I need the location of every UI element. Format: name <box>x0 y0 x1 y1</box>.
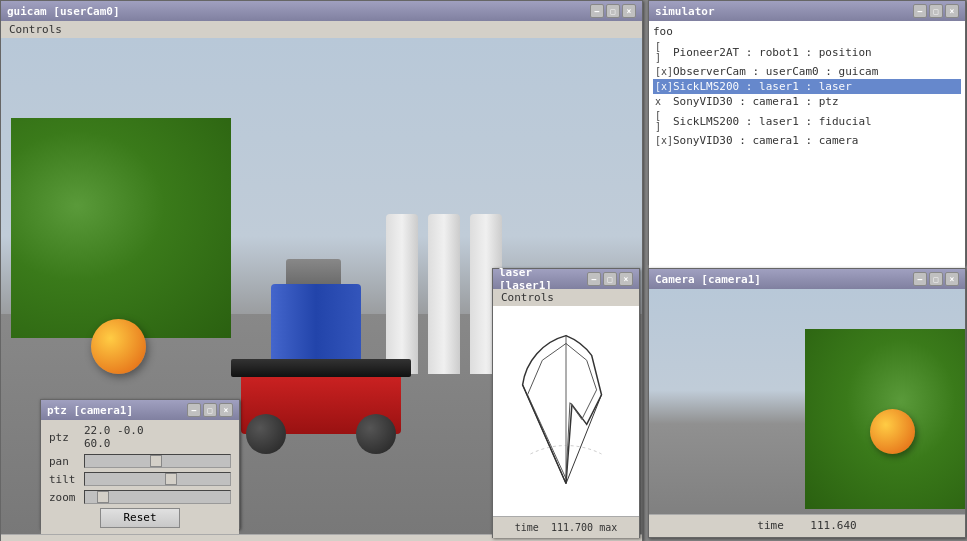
guicam-titlebar: guicam [userCam0] — □ × <box>1 1 642 21</box>
camera-time-value: 111.640 <box>810 519 856 532</box>
simulator-item-1[interactable]: [x]ObserverCam : userCam0 : guicam <box>653 64 961 79</box>
laser-controls-label: Controls <box>493 289 639 306</box>
ptz-tilt-thumb <box>165 473 177 485</box>
laser-window: laser [laser1] — □ × Controls <box>492 268 640 538</box>
laser-close-btn[interactable]: × <box>619 272 633 286</box>
laser-titlebar: laser [laser1] — □ × <box>493 269 639 289</box>
simulator-item-3[interactable]: x SonyVID30 : camera1 : ptz <box>653 94 961 109</box>
sim-item-text-2: SickLMS200 : laser1 : laser <box>673 80 959 93</box>
camera-window: Camera [camera1] — □ × time 111.640 <box>648 268 966 538</box>
sim-item-check-5: [x] <box>655 135 673 146</box>
ptz-content: ptz 22.0 -0.0 60.0 pan tilt zoom Reset <box>41 420 239 534</box>
laser-window-controls: — □ × <box>587 272 633 286</box>
guicam-close-btn[interactable]: × <box>622 4 636 18</box>
ptz-zoom-slider[interactable] <box>84 490 231 504</box>
ptz-tilt-row: tilt <box>49 472 231 486</box>
ptz-minimize-btn[interactable]: — <box>187 403 201 417</box>
simulator-window: simulator — □ × foo [ ]Pioneer2AT : robo… <box>648 0 966 265</box>
ptz-maximize-btn[interactable]: □ <box>203 403 217 417</box>
ptz-close-btn[interactable]: × <box>219 403 233 417</box>
guicam-title: guicam [userCam0] <box>7 5 590 18</box>
robot-base <box>241 374 401 434</box>
sim-item-text-1: ObserverCam : userCam0 : guicam <box>673 65 959 78</box>
simulator-titlebar: simulator — □ × <box>649 1 965 21</box>
ptz-pan-thumb <box>150 455 162 467</box>
ptz-reset-button[interactable]: Reset <box>100 508 180 528</box>
sim-item-text-0: Pioneer2AT : robot1 : position <box>673 46 959 59</box>
simulator-maximize-btn[interactable]: □ <box>929 4 943 18</box>
laser-maximize-btn[interactable]: □ <box>603 272 617 286</box>
camera-time-label: time <box>757 519 784 532</box>
guicam-window-controls: — □ × <box>590 4 636 18</box>
camera-maximize-btn[interactable]: □ <box>929 272 943 286</box>
ptz-window-controls: — □ × <box>187 403 233 417</box>
camera-time-bar: time 111.640 <box>649 514 965 536</box>
guicam-minimize-btn[interactable]: — <box>590 4 604 18</box>
laser-svg <box>493 306 639 513</box>
camera-close-btn[interactable]: × <box>945 272 959 286</box>
ptz-title: ptz [camera1] <box>47 404 187 417</box>
camera-title: Camera [camera1] <box>655 273 913 286</box>
scene-orange-ball <box>91 319 146 374</box>
laser-time-bar: time 111.700 max <box>493 516 639 538</box>
ptz-tilt-label: tilt <box>49 473 84 486</box>
robot-platform <box>231 359 411 377</box>
simulator-item-2[interactable]: [x]SickLMS200 : laser1 : laser <box>653 79 961 94</box>
sim-item-check-4: [ ] <box>655 110 673 132</box>
simulator-close-btn[interactable]: × <box>945 4 959 18</box>
laser-max-label: max <box>599 522 617 533</box>
ptz-pan-row: pan <box>49 454 231 468</box>
sim-item-text-5: SonyVID30 : camera1 : camera <box>673 134 959 147</box>
camera-orange-ball <box>870 409 915 454</box>
ptz-zoom-row: zoom <box>49 490 231 504</box>
robot-wheel-fl <box>246 414 286 454</box>
camera-content: time 111.640 <box>649 289 965 536</box>
simulator-foo-text: foo <box>653 25 961 38</box>
laser-time-value: 111.700 <box>551 522 593 533</box>
laser-content: Controls time 111.700 <box>493 289 639 538</box>
ptz-label: ptz <box>49 431 84 444</box>
simulator-title: simulator <box>655 5 913 18</box>
ptz-values-row: ptz 22.0 -0.0 60.0 <box>49 424 231 450</box>
scene-cylinders <box>386 214 502 374</box>
camera-minimize-btn[interactable]: — <box>913 272 927 286</box>
simulator-content: foo [ ]Pioneer2AT : robot1 : position[x]… <box>649 21 965 284</box>
sim-item-check-3: x <box>655 96 673 107</box>
simulator-item-4[interactable]: [ ]SickLMS200 : laser1 : fiducial <box>653 109 961 133</box>
camera-window-controls: — □ × <box>913 272 959 286</box>
ptz-titlebar: ptz [camera1] — □ × <box>41 400 239 420</box>
camera-3d-scene <box>649 289 965 514</box>
ptz-zoom-thumb <box>97 491 109 503</box>
simulator-item-5[interactable]: [x]SonyVID30 : camera1 : camera <box>653 133 961 148</box>
ptz-tilt-slider[interactable] <box>84 472 231 486</box>
sim-item-check-2: [x] <box>655 81 673 92</box>
robot-body <box>271 284 361 364</box>
scene-robot <box>241 374 401 434</box>
robot-wheel-fr <box>356 414 396 454</box>
scene-cylinder-2 <box>428 214 460 374</box>
ptz-window: ptz [camera1] — □ × ptz 22.0 -0.0 60.0 p… <box>40 399 240 529</box>
sim-item-check-0: [ ] <box>655 41 673 63</box>
simulator-window-controls: — □ × <box>913 4 959 18</box>
ptz-values: 22.0 -0.0 60.0 <box>84 424 154 450</box>
simulator-item-0[interactable]: [ ]Pioneer2AT : robot1 : position <box>653 40 961 64</box>
laser-time-label: time <box>515 522 539 533</box>
sim-item-text-3: SonyVID30 : camera1 : ptz <box>673 95 959 108</box>
scene-green-wall-left <box>11 118 231 338</box>
laser-minimize-btn[interactable]: — <box>587 272 601 286</box>
camera-titlebar: Camera [camera1] — □ × <box>649 269 965 289</box>
sim-item-check-1: [x] <box>655 66 673 77</box>
sim-item-text-4: SickLMS200 : laser1 : fiducial <box>673 115 959 128</box>
ptz-pan-label: pan <box>49 455 84 468</box>
guicam-controls-label: Controls <box>1 21 642 38</box>
ptz-zoom-label: zoom <box>49 491 84 504</box>
guicam-maximize-btn[interactable]: □ <box>606 4 620 18</box>
ptz-pan-slider[interactable] <box>84 454 231 468</box>
scene-cylinder-1 <box>386 214 418 374</box>
laser-display <box>493 306 639 516</box>
simulator-minimize-btn[interactable]: — <box>913 4 927 18</box>
simulator-items-list: [ ]Pioneer2AT : robot1 : position[x]Obse… <box>653 40 961 148</box>
